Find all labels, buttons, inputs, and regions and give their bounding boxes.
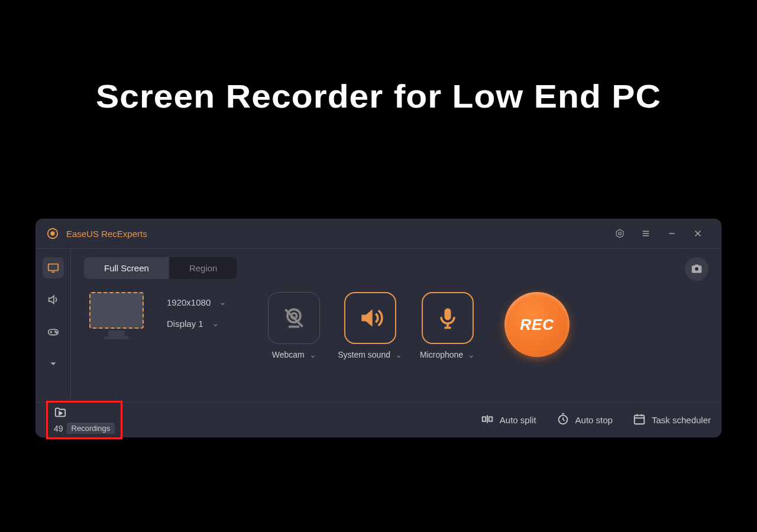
- auto-split-button[interactable]: Auto split: [481, 413, 536, 427]
- system-sound-label: System sound: [338, 350, 390, 359]
- screenshot-button[interactable]: [685, 257, 709, 281]
- task-scheduler-button[interactable]: Task scheduler: [633, 413, 711, 427]
- task-scheduler-label: Task scheduler: [652, 415, 711, 425]
- sidebar-item-screen[interactable]: [43, 257, 64, 278]
- display-settings: 1920x1080 ⌄ Display 1 ⌄: [167, 292, 227, 329]
- source-group: Webcam ⌄ System sound ⌄: [268, 292, 475, 359]
- webcam-dropdown[interactable]: Webcam ⌄: [272, 350, 316, 359]
- app-window: EaseUS RecExperts: [35, 219, 722, 437]
- svg-rect-25: [489, 417, 493, 421]
- minimize-button[interactable]: [659, 220, 685, 246]
- microphone-toggle[interactable]: [422, 292, 474, 344]
- svg-rect-24: [483, 417, 486, 421]
- app-title: EaseUS RecExperts: [66, 229, 147, 239]
- system-sound-toggle[interactable]: [344, 292, 396, 344]
- svg-point-3: [619, 232, 622, 235]
- chevron-down-icon: ⌄: [468, 350, 475, 359]
- capture-mode-tabs: Full Screen Region: [84, 257, 237, 279]
- monitor-screen-icon: [89, 292, 144, 329]
- auto-stop-label: Auto stop: [575, 415, 613, 425]
- chevron-down-icon: ⌄: [309, 350, 316, 359]
- svg-point-1: [50, 231, 54, 235]
- svg-rect-31: [635, 416, 645, 424]
- svg-rect-10: [48, 264, 58, 271]
- app-body: Full Screen Region 1920x1080 ⌄: [35, 248, 722, 402]
- auto-split-label: Auto split: [500, 415, 536, 425]
- app-logo-icon: [46, 227, 59, 240]
- record-button-label: REC: [520, 316, 554, 334]
- titlebar: EaseUS RecExperts: [35, 219, 722, 248]
- svg-point-16: [56, 332, 57, 333]
- resolution-dropdown[interactable]: 1920x1080 ⌄: [167, 297, 227, 307]
- system-sound-dropdown[interactable]: System sound ⌄: [338, 350, 402, 359]
- auto-stop-button[interactable]: Auto stop: [557, 413, 613, 427]
- options-row: 1920x1080 ⌄ Display 1 ⌄ Webcam: [84, 292, 709, 359]
- menu-button[interactable]: [633, 220, 659, 246]
- recordings-label: Recordings: [67, 423, 115, 434]
- display-value: Display 1: [167, 319, 203, 329]
- monitor-preview[interactable]: [84, 292, 149, 345]
- main-panel: Full Screen Region 1920x1080 ⌄: [71, 249, 722, 402]
- svg-line-29: [563, 420, 565, 421]
- svg-marker-2: [616, 229, 623, 238]
- chevron-down-icon: ⌄: [212, 318, 219, 329]
- auto-split-icon: [481, 413, 494, 427]
- chevron-down-icon: ⌄: [219, 297, 227, 307]
- close-button[interactable]: [685, 220, 711, 246]
- recordings-count: 49: [54, 424, 63, 433]
- calendar-icon: [633, 413, 646, 427]
- resolution-value: 1920x1080: [167, 297, 211, 307]
- record-button[interactable]: REC: [504, 292, 570, 357]
- webcam-source: Webcam ⌄: [268, 292, 320, 359]
- hero-title: Screen Recorder for Low End PC: [0, 0, 757, 115]
- tab-full-screen[interactable]: Full Screen: [84, 257, 169, 279]
- system-sound-source: System sound ⌄: [338, 292, 402, 359]
- svg-point-17: [695, 267, 698, 271]
- microphone-dropdown[interactable]: Microphone ⌄: [420, 350, 475, 359]
- chevron-down-icon: ⌄: [395, 350, 402, 359]
- webcam-toggle[interactable]: [268, 292, 320, 344]
- svg-point-18: [287, 309, 300, 322]
- folder-play-icon: [54, 406, 67, 421]
- sidebar-item-more[interactable]: [43, 353, 64, 374]
- sidebar-item-game[interactable]: [43, 321, 64, 342]
- display-dropdown[interactable]: Display 1 ⌄: [167, 318, 227, 329]
- clock-icon: [557, 413, 570, 427]
- sidebar: [35, 249, 71, 402]
- svg-rect-21: [444, 309, 451, 320]
- footer: 49 Recordings Auto split Auto stop Task …: [35, 402, 722, 437]
- settings-button[interactable]: [607, 220, 633, 246]
- tab-region[interactable]: Region: [169, 257, 238, 279]
- webcam-label: Webcam: [272, 350, 305, 359]
- microphone-source: Microphone ⌄: [420, 292, 475, 359]
- recordings-button[interactable]: 49 Recordings: [46, 401, 122, 439]
- sidebar-item-audio[interactable]: [43, 289, 64, 310]
- microphone-label: Microphone: [420, 350, 463, 359]
